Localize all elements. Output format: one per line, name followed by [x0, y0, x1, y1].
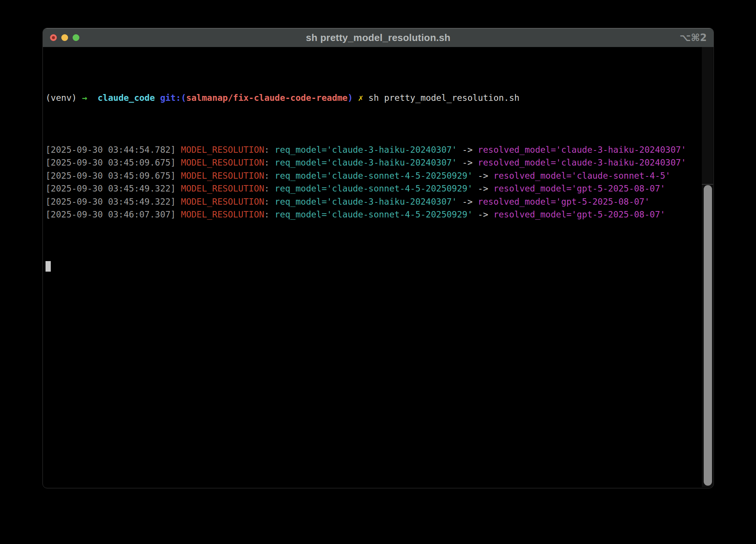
log-line: [2025-09-30 03:45:49.322] MODEL_RESOLUTI…	[46, 195, 698, 208]
log-separator: :	[264, 184, 275, 193]
traffic-lights	[50, 28, 79, 47]
venv-indicator: (venv)	[46, 93, 82, 103]
log-tag: MODEL_RESOLUTION	[181, 171, 264, 181]
terminal-window: sh pretty_model_resolution.sh ⌥⌘2 (venv)…	[43, 28, 714, 488]
prompt-line: (venv) → claude_code git:(salmanap/fix-c…	[46, 91, 698, 105]
log-req-model: req_model='claude-sonnet-4-5-20250929'	[275, 184, 472, 193]
log-tag: MODEL_RESOLUTION	[181, 158, 264, 167]
log-line: [2025-09-30 03:44:54.782] MODEL_RESOLUTI…	[46, 143, 698, 157]
log-timestamp: [2025-09-30 03:45:49.322]	[46, 197, 181, 207]
log-separator: :	[264, 171, 275, 181]
window-titlebar[interactable]: sh pretty_model_resolution.sh ⌥⌘2	[43, 28, 713, 47]
log-arrow: ->	[473, 210, 493, 219]
git-dirty-icon: ✗	[353, 93, 369, 103]
log-separator: :	[264, 210, 275, 219]
window-title: sh pretty_model_resolution.sh	[306, 32, 450, 44]
typed-command: sh pretty_model_resolution.sh	[369, 93, 520, 103]
log-line: [2025-09-30 03:45:09.675] MODEL_RESOLUTI…	[46, 156, 698, 169]
tab-shortcut-label: ⌥⌘2	[680, 28, 707, 47]
log-tag: MODEL_RESOLUTION	[181, 210, 264, 219]
close-button[interactable]	[50, 34, 57, 41]
log-req-model: req_model='claude-sonnet-4-5-20250929'	[275, 171, 472, 181]
log-line: [2025-09-30 03:45:09.675] MODEL_RESOLUTI…	[46, 169, 698, 182]
log-req-model: req_model='claude-sonnet-4-5-20250929'	[275, 210, 472, 219]
prompt-arrow-icon: →	[82, 93, 87, 103]
prompt-gap	[87, 93, 98, 103]
log-timestamp: [2025-09-30 03:45:09.675]	[46, 171, 181, 181]
log-line: [2025-09-30 03:46:07.307] MODEL_RESOLUTI…	[46, 208, 698, 221]
log-req-model: req_model='claude-3-haiku-20240307'	[275, 145, 457, 155]
log-arrow: ->	[473, 171, 493, 181]
log-resolved-model: resolved_model='claude-3-haiku-20240307'	[478, 158, 686, 167]
log-timestamp: [2025-09-30 03:45:09.675]	[46, 158, 181, 167]
terminal-output[interactable]: (venv) → claude_code git:(salmanap/fix-c…	[43, 47, 713, 488]
log-resolved-model: resolved_model='claude-3-haiku-20240307'	[478, 145, 686, 155]
log-resolved-model: resolved_model='claude-sonnet-4-5'	[493, 171, 671, 181]
log-separator: :	[264, 145, 275, 155]
cursor-line	[46, 260, 698, 273]
log-resolved-model: resolved_model='gpt-5-2025-08-07'	[478, 197, 650, 207]
log-resolved-model: resolved_model='gpt-5-2025-08-07'	[493, 184, 665, 193]
scrollbar-thumb[interactable]	[704, 185, 712, 486]
log-separator: :	[264, 158, 275, 167]
zoom-button[interactable]	[73, 34, 79, 41]
current-directory: claude_code	[98, 93, 155, 103]
git-suffix: )	[348, 93, 353, 103]
log-separator: :	[264, 197, 275, 207]
log-arrow: ->	[457, 197, 478, 207]
log-tag: MODEL_RESOLUTION	[181, 145, 264, 155]
log-line: [2025-09-30 03:45:49.322] MODEL_RESOLUTI…	[46, 182, 698, 195]
terminal-cursor	[46, 261, 51, 272]
log-tag: MODEL_RESOLUTION	[181, 197, 264, 207]
git-branch: salmanap/fix-claude-code-readme	[186, 93, 348, 103]
log-req-model: req_model='claude-3-haiku-20240307'	[275, 158, 457, 167]
scrollbar-separator	[702, 184, 713, 185]
log-timestamp: [2025-09-30 03:46:07.307]	[46, 210, 181, 219]
log-timestamp: [2025-09-30 03:45:49.322]	[46, 184, 181, 193]
log-arrow: ->	[457, 145, 478, 155]
log-timestamp: [2025-09-30 03:44:54.782]	[46, 145, 181, 155]
git-prefix: git:(	[155, 93, 186, 103]
log-arrow: ->	[473, 184, 493, 193]
log-arrow: ->	[457, 158, 478, 167]
log-tag: MODEL_RESOLUTION	[181, 184, 264, 193]
log-req-model: req_model='claude-3-haiku-20240307'	[275, 197, 457, 207]
log-resolved-model: resolved_model='gpt-5-2025-08-07'	[493, 210, 665, 219]
minimize-button[interactable]	[61, 34, 68, 41]
